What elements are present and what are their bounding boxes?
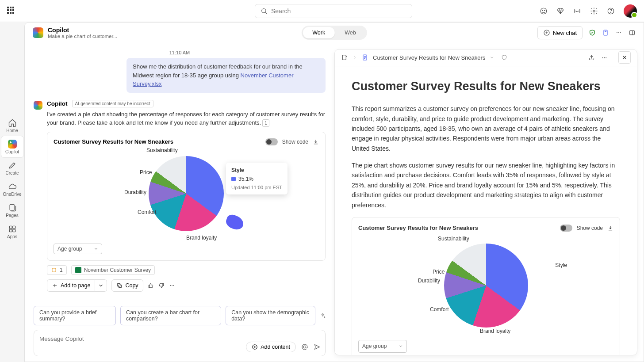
svg-rect-12 — [9, 229, 12, 232]
age-group-select[interactable]: Age group — [54, 244, 102, 254]
help-icon[interactable] — [607, 7, 615, 15]
home-icon — [8, 118, 17, 127]
rail-onedrive[interactable]: OneDrive — [1, 179, 23, 200]
tab-web[interactable]: Web — [335, 27, 365, 38]
chevron-down-icon[interactable] — [490, 55, 494, 60]
panel-toggle-icon[interactable] — [629, 29, 636, 36]
pages-add-icon[interactable] — [341, 54, 348, 61]
attachment-filename: November Customer Survey — [84, 267, 151, 273]
label-comfort: Comfort — [138, 209, 157, 215]
thumbs-up-icon[interactable] — [148, 282, 154, 289]
shield-check-icon[interactable] — [589, 29, 596, 36]
attachment-count: 1 — [60, 267, 63, 273]
tab-work[interactable]: Work — [303, 27, 335, 38]
more-actions-icon[interactable] — [169, 282, 175, 289]
chart-tooltip: Style 35.1% Updated 11:00 pm EST — [226, 163, 288, 194]
chevron-right-icon — [353, 55, 357, 60]
excel-icon — [75, 267, 81, 273]
share-icon[interactable] — [588, 54, 595, 61]
panel-age-group-label: Age group — [362, 342, 387, 351]
chevron-down-icon — [98, 282, 104, 289]
mention-icon[interactable] — [301, 343, 308, 351]
panel-label-comfort: Comfort — [430, 305, 449, 314]
panel-show-code-toggle[interactable] — [560, 225, 572, 232]
suggestion-2[interactable]: Can you create a bar chart for compariso… — [120, 306, 221, 325]
panel-chart-title: Customer Survey Results for New Sneakers — [358, 224, 478, 233]
article-body: Customer Survey Results for New Sneakers… — [335, 66, 637, 355]
download-icon[interactable] — [607, 225, 613, 231]
panel-show-code-label: Show code — [577, 224, 603, 232]
panel-doc-title[interactable]: Customer Survey Results for New Sneakers — [373, 54, 485, 61]
svg-point-4 — [544, 10, 545, 11]
add-to-page-label: Add to page — [61, 282, 90, 289]
app-launcher-icon[interactable] — [7, 7, 16, 15]
copy-button[interactable]: Copy — [111, 279, 143, 292]
rail-home[interactable]: Home — [1, 115, 23, 136]
svg-point-18 — [620, 32, 621, 33]
label-price: Price — [140, 169, 152, 175]
rail-pages[interactable]: Pages — [1, 200, 23, 221]
attachment-count-chip[interactable]: 1 — [47, 265, 67, 275]
suggestion-1[interactable]: Can you provide a brief summary? — [34, 306, 116, 325]
pen-icon — [8, 161, 17, 170]
user-message: Show me the distribution of customer fee… — [126, 58, 326, 93]
svg-point-17 — [618, 32, 619, 33]
add-to-page-button[interactable]: Add to page — [47, 279, 95, 292]
inbox-icon[interactable] — [573, 7, 581, 15]
article-p1: This report summarizes a customer survey… — [352, 104, 620, 153]
assistant-block: Copilot AI-generated content may be inco… — [34, 100, 326, 292]
show-code-toggle[interactable] — [265, 138, 278, 145]
close-icon[interactable] — [618, 51, 631, 64]
thumbs-down-icon[interactable] — [158, 282, 165, 289]
panel-age-group-select[interactable]: Age group — [358, 340, 407, 353]
add-to-page-dropdown[interactable] — [95, 279, 107, 292]
svg-point-32 — [604, 57, 605, 58]
assistant-name: Copilot — [47, 100, 68, 107]
search-box[interactable] — [255, 4, 412, 18]
download-icon[interactable] — [313, 139, 319, 145]
settings-icon[interactable] — [590, 7, 598, 15]
plus-circle-icon — [543, 29, 550, 36]
avatar[interactable] — [624, 4, 637, 18]
svg-rect-13 — [12, 229, 15, 232]
svg-point-3 — [542, 10, 543, 11]
reference-badge[interactable]: 1 — [262, 119, 269, 127]
article-p2: The pie chart shows customer survey resu… — [352, 160, 620, 210]
search-icon — [261, 8, 268, 15]
cloud-icon — [8, 182, 17, 191]
more-icon[interactable] — [615, 29, 622, 36]
copilot-icon — [8, 140, 17, 149]
svg-line-1 — [265, 12, 267, 14]
new-chat-button[interactable]: New chat — [537, 26, 583, 39]
panel-pie-graphic — [444, 244, 528, 328]
emoji-icon[interactable] — [540, 7, 548, 15]
rail-apps-label: Apps — [7, 234, 17, 239]
rail-onedrive-label: OneDrive — [3, 192, 21, 197]
send-icon[interactable] — [314, 343, 321, 351]
bookmark-icon[interactable] — [602, 29, 609, 36]
suggestion-3[interactable]: Can you show the demographic data? — [226, 306, 315, 325]
assistant-text-content: I've created a pie chart showing the per… — [47, 111, 325, 126]
rail-copilot[interactable]: Copilot — [1, 136, 23, 157]
more-icon[interactable] — [601, 54, 608, 61]
attachment-file-chip[interactable]: November Customer Survey — [71, 265, 155, 275]
label-brand: Brand loyalty — [186, 235, 217, 241]
article-h1: Customer Survey Results for New Sneakers — [352, 77, 620, 96]
add-content-button[interactable]: Add content — [246, 342, 296, 352]
rail-apps[interactable]: Apps — [1, 221, 23, 242]
header-row: Copilot Make a pie chart of customer... … — [25, 23, 644, 43]
message-input[interactable] — [39, 335, 320, 342]
svg-rect-21 — [52, 268, 56, 271]
assistant-avatar-icon — [34, 101, 42, 110]
message-input-box[interactable]: Add content — [34, 330, 326, 356]
add-content-label: Add content — [261, 344, 290, 350]
cursor-blob-icon — [224, 213, 245, 232]
diamond-icon[interactable] — [556, 7, 564, 15]
search-input[interactable] — [271, 8, 406, 15]
svg-rect-10 — [9, 226, 12, 229]
copy-label: Copy — [125, 282, 138, 289]
panel-chart-card: Customer Survey Results for New Sneakers… — [352, 217, 620, 355]
sparkle-icon[interactable] — [320, 312, 326, 319]
rail-create[interactable]: Create — [1, 157, 23, 179]
shield-icon[interactable] — [501, 54, 507, 61]
